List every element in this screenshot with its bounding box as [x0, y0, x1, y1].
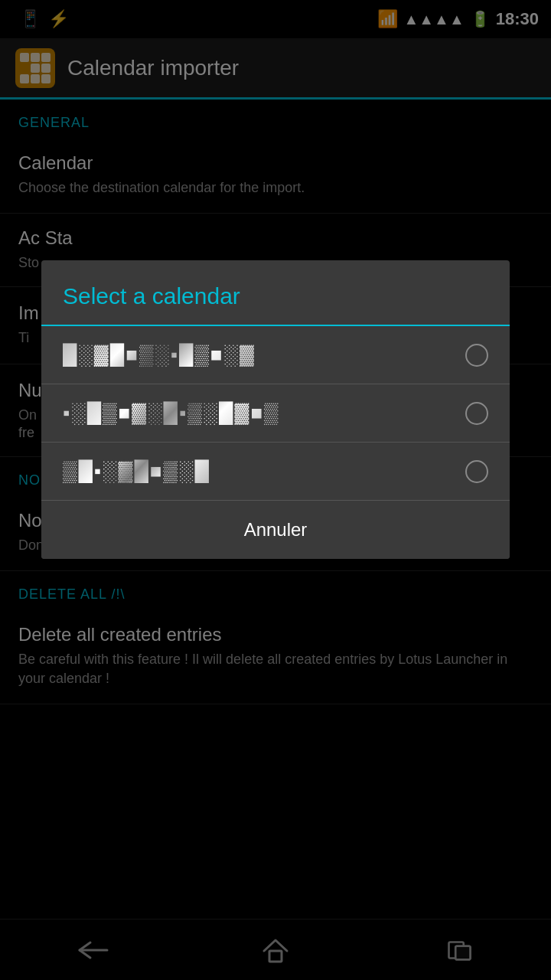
cancel-button[interactable]: Annuler — [41, 500, 510, 559]
calendar-option-1-radio[interactable] — [465, 344, 488, 367]
calendar-option-3[interactable]: ▒█▪░▓█■▒░█ — [41, 443, 510, 500]
calendar-option-3-label: ▒█▪░▓█■▒░█ — [63, 459, 210, 483]
dialog-title: Select a calendar — [41, 260, 510, 326]
calendar-option-2-label: ▪░█▒■▓░█▪▒░█▓■▒ — [63, 401, 280, 425]
calendar-select-dialog: Select a calendar █░▓█■▒░▪█▒■░▓ ▪░█▒■▓░█… — [41, 260, 510, 559]
cancel-label: Annuler — [244, 519, 308, 541]
calendar-option-2-radio[interactable] — [465, 402, 488, 425]
calendar-option-3-radio[interactable] — [465, 460, 488, 483]
calendar-option-2[interactable]: ▪░█▒■▓░█▪▒░█▓■▒ — [41, 384, 510, 443]
dialog-options-list: █░▓█■▒░▪█▒■░▓ ▪░█▒■▓░█▪▒░█▓■▒ ▒█▪░▓█■▒░█ — [41, 326, 510, 500]
calendar-option-1-label: █░▓█■▒░▪█▒■░▓ — [63, 343, 256, 367]
calendar-option-1[interactable]: █░▓█■▒░▪█▒■░▓ — [41, 326, 510, 384]
